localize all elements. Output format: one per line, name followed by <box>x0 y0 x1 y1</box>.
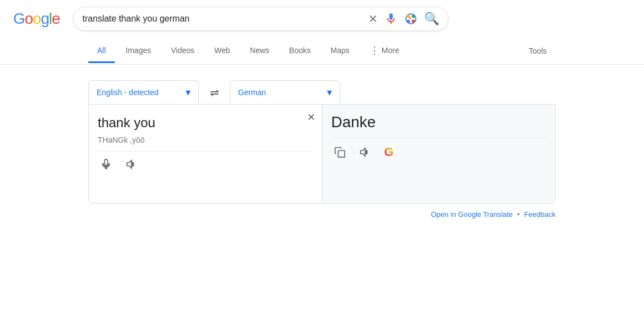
svg-point-3 <box>407 20 410 23</box>
translator-widget: English - detected ▾ ⇌ German ▾ thank yo… <box>88 80 556 219</box>
translator-footer: Open in Google Translate • Feedback <box>88 210 556 219</box>
tab-all[interactable]: All <box>88 39 115 63</box>
clear-icon: ✕ <box>368 12 378 25</box>
google-g-colored-icon: G <box>384 145 394 159</box>
open-google-translate-link[interactable]: Open in Google Translate <box>431 210 513 219</box>
target-speaker-button[interactable] <box>357 144 373 160</box>
source-language-label: English - detected <box>97 88 186 97</box>
speaker-icon <box>359 146 371 158</box>
more-label: More <box>382 46 399 55</box>
search-submit-button[interactable]: 🔍 <box>424 12 439 26</box>
tools-button[interactable]: Tools <box>520 40 556 62</box>
tab-web[interactable]: Web <box>205 39 239 63</box>
search-icon: 🔍 <box>424 12 439 26</box>
tab-more[interactable]: ⋮ More <box>361 38 408 65</box>
source-language-selector[interactable]: English - detected ▾ <box>88 80 199 104</box>
logo-letter-e: e <box>52 10 60 28</box>
speaker-icon <box>125 158 138 170</box>
target-language-selector[interactable]: German ▾ <box>230 80 340 104</box>
target-panel: Danke G <box>322 104 556 204</box>
tab-books[interactable]: Books <box>281 39 320 63</box>
copy-button[interactable] <box>331 144 348 160</box>
source-microphone-button[interactable] <box>98 156 114 173</box>
tab-videos[interactable]: Videos <box>162 39 203 63</box>
lens-button[interactable] <box>404 12 418 25</box>
language-selector-row: English - detected ▾ ⇌ German ▾ <box>88 80 556 104</box>
target-actions: G <box>331 138 547 162</box>
target-language-label: German <box>238 88 327 97</box>
tab-maps[interactable]: Maps <box>322 39 358 63</box>
microphone-button[interactable] <box>384 12 398 25</box>
clear-button[interactable]: ✕ <box>368 12 378 25</box>
footer-separator: • <box>517 210 520 219</box>
source-dropdown-arrow-icon: ▾ <box>186 86 191 98</box>
copy-icon <box>334 146 346 158</box>
logo-letter-o2: o <box>33 10 41 28</box>
tab-news[interactable]: News <box>241 39 278 63</box>
google-translate-icon-button[interactable]: G <box>382 143 396 162</box>
nav-tabs: All Images Videos Web News Books Maps ⋮ … <box>88 38 556 64</box>
translation-panels: thank you THaNGk ˌyōō ✕ Danke <box>88 104 556 204</box>
logo-letter-o1: o <box>25 10 33 28</box>
target-dropdown-arrow-icon: ▾ <box>327 86 332 98</box>
nav-bar: All Images Videos Web News Books Maps ⋮ … <box>0 38 644 65</box>
swap-languages-button[interactable]: ⇌ <box>203 81 225 103</box>
source-panel: thank you THaNGk ˌyōō ✕ <box>88 104 323 204</box>
svg-rect-5 <box>338 150 345 157</box>
target-text: Danke <box>331 113 547 131</box>
header: Google ✕ 🔍 <box>0 0 644 38</box>
logo-letter-g2: g <box>41 10 49 28</box>
microphone-icon <box>384 12 398 25</box>
svg-point-2 <box>412 15 415 18</box>
source-text: thank you <box>98 113 313 132</box>
microphone-icon <box>100 158 112 170</box>
lens-icon <box>404 12 418 25</box>
source-phonetic: THaNGk ˌyōō <box>98 136 313 144</box>
logo-letter-g: G <box>13 10 25 28</box>
google-logo: Google <box>13 10 60 28</box>
more-dots-icon: ⋮ <box>369 44 379 56</box>
search-bar[interactable]: ✕ 🔍 <box>73 7 448 31</box>
feedback-link[interactable]: Feedback <box>524 210 556 219</box>
tab-images[interactable]: Images <box>117 39 160 63</box>
clear-source-button[interactable]: ✕ <box>307 111 315 123</box>
source-speaker-button[interactable] <box>123 156 140 173</box>
svg-point-1 <box>407 15 410 18</box>
source-actions <box>98 151 313 173</box>
svg-point-4 <box>412 20 415 23</box>
search-input[interactable] <box>82 14 362 24</box>
